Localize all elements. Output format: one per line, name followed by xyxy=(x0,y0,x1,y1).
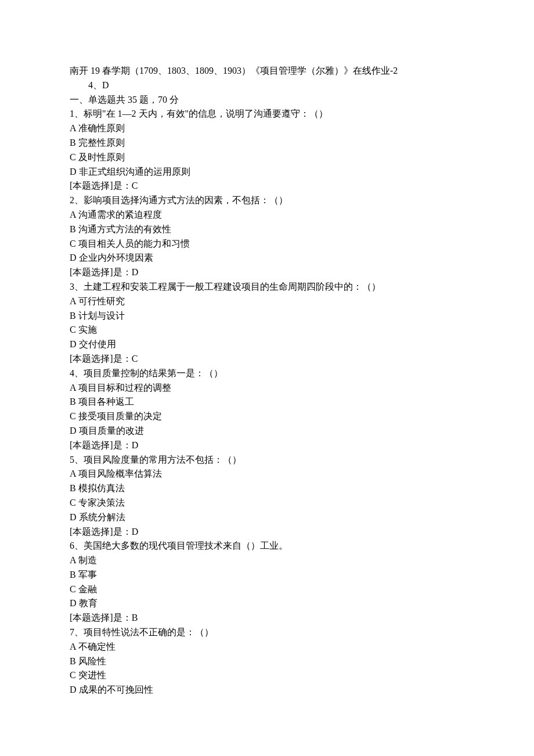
question-option: D 系统分解法 xyxy=(70,510,464,525)
question-option: D 教育 xyxy=(70,596,464,611)
question-option: D 非正式组织沟通的运用原则 xyxy=(70,165,464,179)
question-option: B 模拟仿真法 xyxy=(70,481,464,496)
question-stem: 2、影响项目选择沟通方式方法的因素，不包括：（） xyxy=(70,193,464,208)
question-option: A 可行性研究 xyxy=(70,294,464,309)
question-stem: 4、项目质量控制的结果第一是：（） xyxy=(70,366,464,381)
question-stem: 7、项目特性说法不正确的是：（） xyxy=(70,625,464,640)
question-option: B 军事 xyxy=(70,568,464,582)
question-option: C 金融 xyxy=(70,582,464,597)
question-option: A 项目目标和过程的调整 xyxy=(70,381,464,395)
question-option: B 风险性 xyxy=(70,654,464,669)
question-option: D 交付使用 xyxy=(70,337,464,352)
question-answer: [本题选择]是：B xyxy=(70,611,464,625)
question-option: B 沟通方式方法的有效性 xyxy=(70,222,464,237)
question-option: C 项目相关人员的能力和习惯 xyxy=(70,237,464,251)
question-option: A 不确定性 xyxy=(70,640,464,654)
question-option: A 沟通需求的紧迫程度 xyxy=(70,208,464,222)
question-option: A 制造 xyxy=(70,553,464,568)
question-answer: [本题选择]是：D xyxy=(70,525,464,539)
question-option: C 接受项目质量的决定 xyxy=(70,409,464,424)
question-option: C 实施 xyxy=(70,323,464,337)
question-stem: 1、标明"在 1—2 天内，有效"的信息，说明了沟通要遵守：（） xyxy=(70,107,464,121)
question-option: D 成果的不可挽回性 xyxy=(70,683,464,697)
question-option: A 准确性原则 xyxy=(70,121,464,136)
question-answer: [本题选择]是：C xyxy=(70,352,464,366)
question-answer: [本题选择]是：C xyxy=(70,179,464,193)
question-stem: 3、土建工程和安装工程属于一般工程建设项目的生命周期四阶段中的：（） xyxy=(70,280,464,294)
question-answer: [本题选择]是：D xyxy=(70,265,464,280)
document-page: 南开 19 春学期（1709、1803、1809、1903）《项目管理学（尔雅）… xyxy=(0,0,534,756)
question-option: A 项目风险概率估算法 xyxy=(70,467,464,481)
question-stem: 5、项目风险度量的常用方法不包括：（） xyxy=(70,453,464,467)
question-option: D 企业内外环境因素 xyxy=(70,251,464,265)
question-option: B 完整性原则 xyxy=(70,136,464,150)
question-option: C 突进性 xyxy=(70,668,464,683)
question-stem: 6、美国绝大多数的现代项目管理技术来自（）工业。 xyxy=(70,539,464,553)
question-option: C 及时性原则 xyxy=(70,150,464,165)
section-heading: 一、单选题共 35 题，70 分 xyxy=(70,93,464,107)
header-subline: 4、D xyxy=(70,78,464,93)
question-option: C 专家决策法 xyxy=(70,496,464,510)
question-answer: [本题选择]是：D xyxy=(70,438,464,453)
question-option: B 项目各种返工 xyxy=(70,395,464,409)
page-title: 南开 19 春学期（1709、1803、1809、1903）《项目管理学（尔雅）… xyxy=(70,64,464,78)
question-option: D 项目质量的改进 xyxy=(70,424,464,438)
question-option: B 计划与设计 xyxy=(70,309,464,323)
